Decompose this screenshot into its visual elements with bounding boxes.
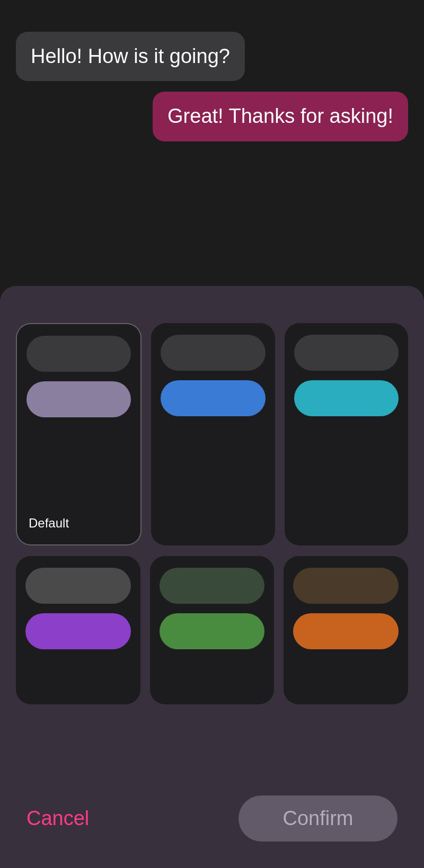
color-card-orange[interactable] xyxy=(284,556,408,704)
color-card-blue[interactable] xyxy=(151,323,275,545)
swatch-top-blue xyxy=(161,335,265,371)
confirm-button[interactable]: Confirm xyxy=(238,795,398,842)
card-label-default: Default xyxy=(29,516,69,531)
swatch-bottom-orange xyxy=(293,613,399,649)
color-picker-container: Default xyxy=(0,307,424,704)
chat-background: Hello! How is it going? Great! Thanks fo… xyxy=(0,0,424,297)
received-message-text: Hello! How is it going? xyxy=(31,45,230,67)
swatch-bottom-green xyxy=(160,613,265,649)
color-grid-row-2 xyxy=(16,556,408,704)
swatch-top-purple xyxy=(25,568,131,604)
swatch-top-teal xyxy=(294,335,399,371)
swatch-top-green xyxy=(160,568,265,604)
swatch-top-orange xyxy=(293,568,399,604)
swatch-bottom-purple xyxy=(25,613,131,649)
received-message-bubble: Hello! How is it going? xyxy=(16,32,245,81)
color-card-default[interactable]: Default xyxy=(16,323,142,545)
color-card-green[interactable] xyxy=(150,556,275,704)
sent-message-bubble: Great! Thanks for asking! xyxy=(153,92,408,141)
swatch-bottom-blue xyxy=(161,380,265,416)
bottom-action-bar: Cancel Confirm xyxy=(0,795,424,842)
color-card-purple[interactable] xyxy=(16,556,140,704)
swatch-bottom-teal xyxy=(294,380,399,416)
sent-message-text: Great! Thanks for asking! xyxy=(167,105,393,127)
cancel-button[interactable]: Cancel xyxy=(26,807,89,830)
swatch-top-default xyxy=(26,336,131,372)
color-card-teal[interactable] xyxy=(285,323,408,545)
color-grid-row-1: Default xyxy=(16,323,408,545)
swatch-bottom-default xyxy=(26,381,131,417)
